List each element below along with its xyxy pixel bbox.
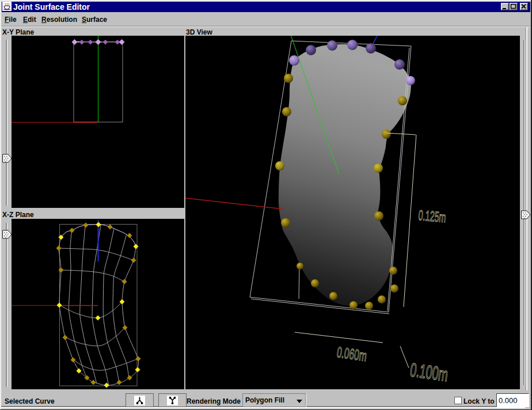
svg-text:0.100m: 0.100m bbox=[409, 359, 450, 385]
svg-text:0.125m: 0.125m bbox=[418, 207, 447, 225]
svg-text:0.060m: 0.060m bbox=[336, 343, 368, 365]
